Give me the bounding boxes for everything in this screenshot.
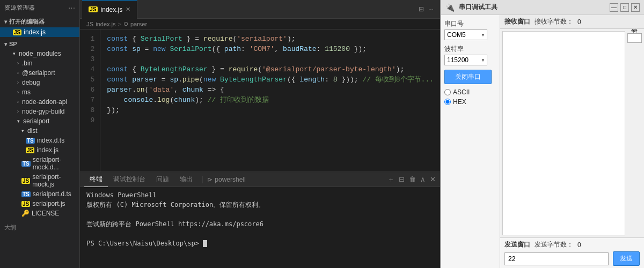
hex-radio[interactable]: [444, 99, 451, 105]
license-icon: 🔑: [21, 210, 30, 217]
open-editors-label: 打开的编辑器: [9, 18, 45, 26]
ascii-radio-label[interactable]: ASCII: [444, 88, 496, 96]
file-label: serialport.d.ts: [33, 190, 71, 198]
tab-close-icon[interactable]: ✕: [126, 6, 130, 13]
sidebar-item-debug[interactable]: › debug: [0, 78, 79, 87]
send-input[interactable]: [504, 252, 609, 265]
js-tab-icon: JS: [89, 6, 97, 12]
sidebar-item-serialport-pkg[interactable]: › @serialport: [0, 68, 79, 78]
close-terminal-icon[interactable]: ✕: [430, 175, 436, 183]
tab-terminal[interactable]: 终端: [84, 172, 108, 187]
tab-debug-console[interactable]: 调试控制台: [108, 172, 151, 187]
folder-label: ms: [22, 88, 31, 96]
sidebar-item-index-dts[interactable]: TS index.d.ts: [0, 136, 79, 145]
ln-9: 9: [80, 115, 100, 125]
minimize-btn[interactable]: —: [610, 3, 618, 12]
project-arrow-icon: ▾: [4, 41, 7, 47]
ln-6: 6: [80, 85, 100, 95]
terminal-prompt: PS C:\Users\Naisu\Desktop\sp>: [86, 240, 203, 247]
delete-terminal-icon[interactable]: 🗑: [409, 175, 416, 183]
terminal-cursor: [203, 240, 207, 247]
folder-chevron-icon: ›: [17, 99, 19, 105]
open-file-indexjs[interactable]: JS index.js: [0, 27, 79, 37]
close-port-btn[interactable]: 关闭串口: [444, 70, 492, 84]
file-label: index.d.ts: [37, 137, 64, 144]
code-line-5: const parser = sp.pipe(new ByteLengthPar…: [107, 75, 434, 85]
port-select-wrapper: COM5 COM1 COM2 COM3 COM4: [444, 29, 487, 40]
split-editor-icon[interactable]: ⊟: [419, 5, 424, 13]
folder-label: node-gyp-build: [22, 108, 64, 115]
ts-file-icon: TS: [26, 138, 35, 144]
breadcrumb-filename: index.js: [96, 21, 115, 27]
folder-label: @serialport: [22, 69, 55, 77]
sidebar-item-node-addon[interactable]: › node-addon-api: [0, 97, 79, 107]
ts-file-icon: TS: [21, 191, 31, 197]
send-row: 发送: [504, 251, 640, 266]
js-file-icon: JS: [26, 147, 34, 153]
recv-header: 接收窗口 接收字节数： 0: [500, 15, 644, 29]
folder-label: dist: [27, 127, 38, 135]
ln-7: 7: [80, 95, 100, 105]
outline-section-label: 大纲: [0, 221, 79, 234]
close-btn[interactable]: ✕: [631, 3, 640, 12]
baud-select[interactable]: 115200 9600 19200 38400 57600 230400: [444, 55, 487, 65]
code-line-3: [107, 54, 434, 64]
ascii-radio[interactable]: [444, 89, 451, 95]
sidebar-item-node-modules[interactable]: ▾ node_modules: [0, 49, 79, 58]
sidebar-item-ms[interactable]: › ms: [0, 87, 79, 97]
serial-tool-panel: 🔌 串口调试工具 — □ ✕ 串口号 COM5 COM1 COM2 COM3 C…: [440, 0, 644, 268]
recv-body: 清空: [500, 29, 644, 237]
project-toggle[interactable]: ▾ SP: [0, 39, 79, 49]
sidebar-item-node-gyp[interactable]: › node-gyp-build: [0, 107, 79, 116]
code-editor: 1 2 3 4 5 6 7 8 9 const { SerialPort } =…: [80, 29, 440, 172]
more-actions-icon[interactable]: ···: [428, 5, 434, 13]
terminal-content: Windows PowerShell 版权所有 (C) Microsoft Co…: [80, 187, 440, 268]
sidebar-item-mock-dts[interactable]: TS serialport-mock.d...: [0, 155, 79, 172]
sidebar-item-bin[interactable]: › .bin: [0, 58, 79, 68]
send-label: 发送窗口: [504, 240, 530, 249]
sidebar-item-license[interactable]: 🔑 LICENSE: [0, 209, 79, 218]
file-label: serialport-mock.d...: [33, 156, 76, 171]
split-terminal-icon[interactable]: ⊟: [399, 175, 405, 183]
terminal-line-4: 尝试新的跨平台 PowerShell https://aka.ms/pscore…: [86, 219, 434, 229]
file-label: LICENSE: [32, 210, 59, 217]
file-label: index.js: [36, 146, 58, 154]
terminal-line-1: Windows PowerShell: [86, 190, 434, 200]
terminal-shell-label: ⊳ powershell: [202, 176, 250, 183]
folder-chevron-icon: ›: [17, 80, 19, 85]
maximize-btn[interactable]: □: [620, 3, 629, 12]
code-line-2: const sp = new SerialPort({ path: 'COM7'…: [107, 44, 434, 54]
tab-bar: JS index.js ✕ ⊟ ···: [80, 0, 440, 19]
add-terminal-icon[interactable]: ＋: [387, 175, 394, 184]
code-content[interactable]: const { SerialPort } = require('serialpo…: [100, 29, 440, 172]
sidebar-item-sp-js[interactable]: JS serialport.js: [0, 199, 79, 209]
serial-main: 接收窗口 接收字节数： 0 清空 发送窗口 发送字节数： 0: [500, 15, 644, 268]
sidebar-item-dist[interactable]: ▾ dist: [0, 126, 79, 136]
port-select[interactable]: COM5 COM1 COM2 COM3 COM4: [444, 29, 487, 40]
clear-recv-btn[interactable]: 清空: [627, 33, 642, 43]
maximize-terminal-icon[interactable]: ∧: [420, 175, 426, 183]
terminal-prompt-line[interactable]: PS C:\Users\Naisu\Desktop\sp>: [86, 239, 434, 248]
project-name: SP: [9, 41, 17, 47]
tab-problems[interactable]: 问题: [151, 172, 174, 187]
sidebar-item-sp-dts[interactable]: TS serialport.d.ts: [0, 189, 79, 199]
tab-indexjs[interactable]: JS index.js ✕: [82, 0, 137, 19]
sidebar-item-serialport[interactable]: ▾ serialport: [0, 116, 79, 126]
folder-label: debug: [22, 79, 40, 86]
folder-chevron-icon: ›: [17, 109, 19, 114]
tab-output[interactable]: 输出: [174, 172, 198, 187]
recv-count: 0: [577, 18, 581, 26]
send-header: 发送窗口 发送字节数： 0: [504, 240, 640, 249]
folder-label: node-addon-api: [22, 98, 67, 106]
breadcrumb-sep1: >: [118, 21, 121, 27]
sidebar-more-btn[interactable]: ···: [68, 3, 75, 12]
sidebar-item-mock-js[interactable]: JS serialport-mock.js: [0, 172, 79, 189]
hex-label: HEX: [453, 98, 466, 106]
send-btn[interactable]: 发送: [613, 251, 640, 266]
open-editors-toggle[interactable]: ▾ 打开的编辑器: [0, 16, 79, 27]
editor-actions: ⊟ ···: [419, 5, 438, 13]
sidebar-item-index-js-dist[interactable]: JS index.js: [0, 145, 79, 155]
serial-title-bar: 🔌 串口调试工具 — □ ✕: [441, 0, 644, 15]
file-label: serialport-mock.js: [32, 173, 75, 188]
hex-radio-label[interactable]: HEX: [444, 98, 496, 106]
